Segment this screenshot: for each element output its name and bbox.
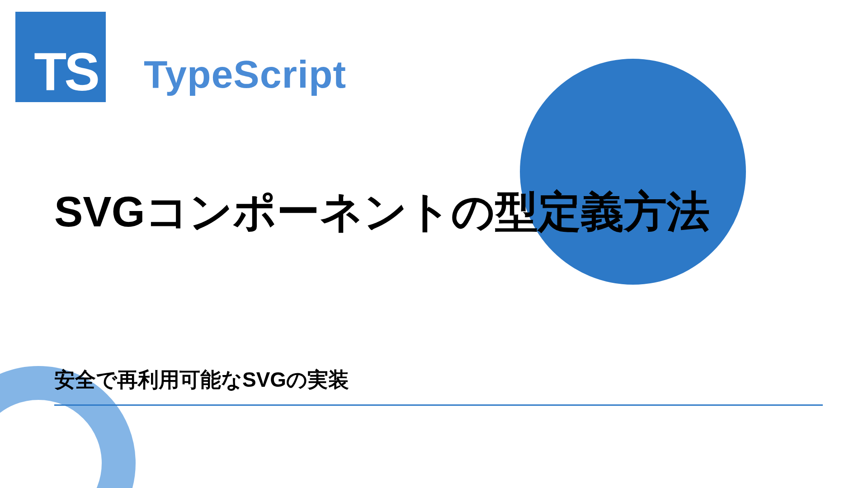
typescript-logo: TS (15, 12, 106, 102)
decorative-circle-filled (520, 59, 746, 285)
page-subtitle: 安全で再利用可能なSVGの実装 (54, 366, 349, 394)
page-title: SVGコンポーネントの型定義方法 (54, 178, 710, 245)
subtitle-underline (54, 404, 823, 406)
typescript-logo-text: TS (34, 45, 98, 99)
language-label: TypeScript (144, 52, 346, 97)
